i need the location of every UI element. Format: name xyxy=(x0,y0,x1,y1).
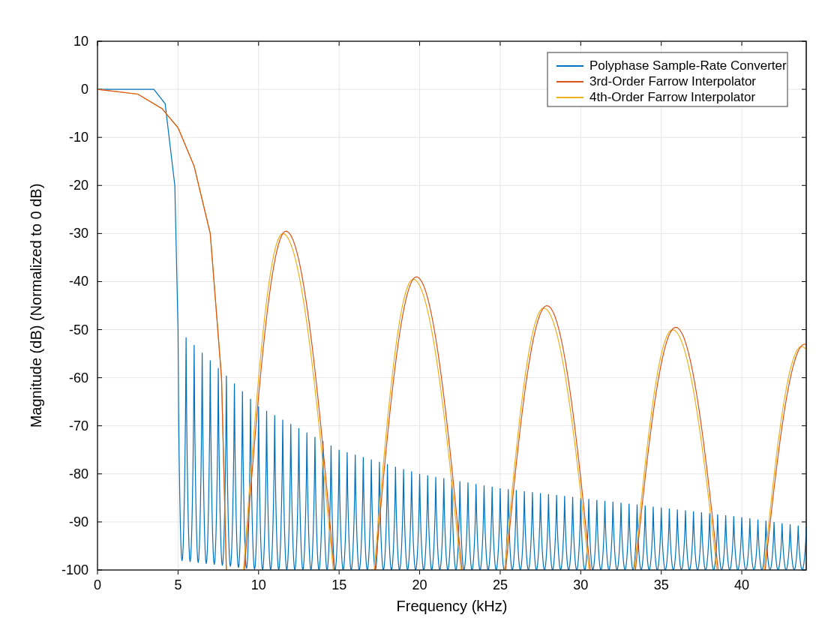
legend: Polyphase Sample-Rate Converter3rd-Order… xyxy=(548,52,788,106)
x-tick-label: 20 xyxy=(412,578,428,592)
y-tick-label: -70 xyxy=(69,418,88,434)
x-tick-label: 40 xyxy=(734,578,749,592)
x-tick-label: 25 xyxy=(493,578,508,592)
y-tick-label: -50 xyxy=(69,322,88,338)
y-tick-label: -90 xyxy=(69,514,88,530)
y-tick-label: -60 xyxy=(69,370,88,386)
y-tick-label: 10 xyxy=(74,34,88,49)
magnitude-response-chart: 0510152025303540-100-90-80-70-60-50-40-3… xyxy=(0,0,840,630)
y-tick-label: -100 xyxy=(62,562,88,578)
x-tick-label: 15 xyxy=(332,578,346,592)
y-tick-label: -20 xyxy=(69,178,88,193)
y-axis-label: Magnitude (dB) (Normalized to 0 dB) xyxy=(28,184,44,428)
x-tick-label: 30 xyxy=(573,578,588,592)
x-axis-label: Frequency (kHz) xyxy=(397,598,508,614)
y-tick-label: -80 xyxy=(69,466,88,482)
x-tick-label: 0 xyxy=(94,578,101,592)
x-tick-label: 5 xyxy=(174,578,182,592)
y-tick-label: -40 xyxy=(69,274,88,289)
chart-svg: 0510152025303540-100-90-80-70-60-50-40-3… xyxy=(0,0,840,630)
x-tick-label: 35 xyxy=(654,578,669,592)
y-tick-label: -10 xyxy=(69,130,88,145)
legend-label: 3rd-Order Farrow Interpolator xyxy=(590,74,756,88)
y-tick-label: -30 xyxy=(69,226,88,241)
y-tick-label: 0 xyxy=(81,82,88,97)
legend-label: Polyphase Sample-Rate Converter xyxy=(590,58,787,73)
x-tick-label: 10 xyxy=(251,578,266,592)
legend-label: 4th-Order Farrow Interpolator xyxy=(590,90,755,104)
